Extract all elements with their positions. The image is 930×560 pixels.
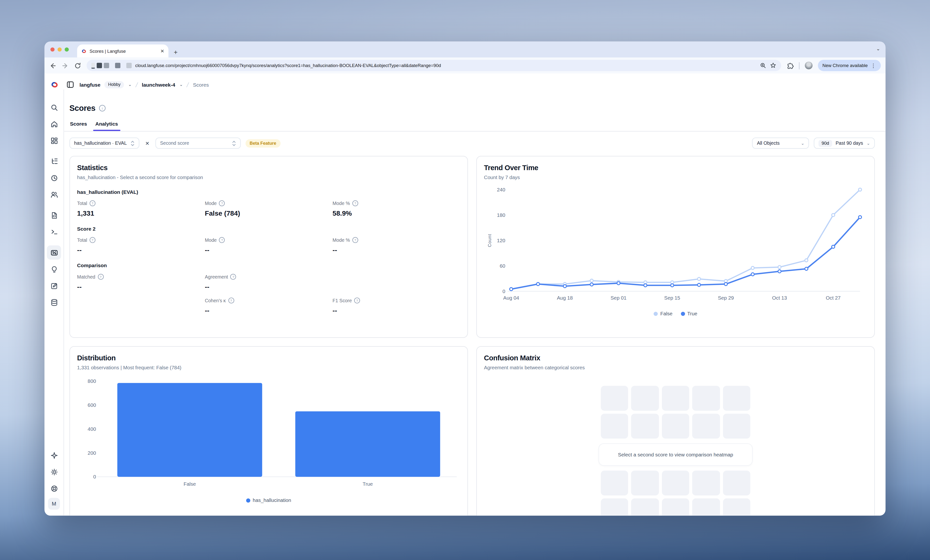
legend-item: True bbox=[681, 311, 697, 316]
project-chevron-icon[interactable]: ⌄ bbox=[179, 82, 183, 87]
help-icon[interactable]: ? bbox=[98, 274, 103, 279]
heatmap-cell bbox=[662, 499, 690, 516]
heatmap-cell bbox=[723, 499, 750, 516]
file-code-icon bbox=[50, 211, 58, 219]
sparkle-icon bbox=[50, 451, 58, 459]
maximize-window-button[interactable] bbox=[65, 48, 69, 52]
info-icon[interactable]: i bbox=[99, 105, 106, 111]
sidebar-item-datasets[interactable] bbox=[47, 295, 61, 310]
address-bar[interactable]: cloud.langfuse.com/project/cmhnuoj660007… bbox=[87, 60, 781, 71]
heatmap-cell bbox=[631, 414, 659, 439]
metric-mode: Mode? -- bbox=[205, 237, 333, 254]
bookmark-star-icon[interactable] bbox=[770, 62, 776, 69]
help-icon[interactable]: ? bbox=[353, 237, 358, 243]
browser-menu-icon[interactable]: ⋮ bbox=[871, 63, 876, 68]
extensions-icon[interactable] bbox=[786, 62, 793, 69]
sidebar-item-evals[interactable] bbox=[47, 262, 61, 276]
browser-tab[interactable]: Scores | Langfuse ✕ bbox=[77, 44, 168, 58]
object-filter-select[interactable]: All Objects ⌄ bbox=[752, 138, 809, 149]
sidebar-item-home[interactable] bbox=[47, 117, 61, 131]
tab-analytics[interactable]: Analytics bbox=[95, 121, 118, 131]
metric-f1-score: F1 Score? -- bbox=[333, 298, 460, 314]
sidebar-item-scores[interactable] bbox=[47, 245, 61, 260]
legend-dot bbox=[246, 498, 250, 502]
new-tab-button[interactable]: + bbox=[174, 49, 178, 56]
score1-select[interactable]: has_hallucination · EVAL bbox=[69, 138, 139, 149]
chevron-down-icon: ⌄ bbox=[867, 141, 870, 146]
sidebar-toggle-icon[interactable] bbox=[66, 81, 74, 88]
filter-bar: has_hallucination · EVAL ✕ Second score … bbox=[64, 132, 885, 149]
help-icon[interactable]: ? bbox=[219, 200, 225, 206]
date-range-select[interactable]: 90d Past 90 days ⌄ bbox=[814, 138, 875, 149]
redacted-site-chip bbox=[91, 63, 132, 68]
back-icon[interactable] bbox=[49, 62, 56, 69]
help-icon[interactable]: ? bbox=[219, 237, 225, 243]
metric-mode-pct: Mode %? -- bbox=[333, 237, 460, 254]
sidebar-item-playground[interactable] bbox=[47, 225, 61, 239]
tab-scores[interactable]: Scores bbox=[70, 121, 87, 131]
browser-toolbar: cloud.langfuse.com/project/cmhnuoj660007… bbox=[45, 58, 886, 74]
minimize-window-button[interactable] bbox=[58, 48, 62, 52]
forward-icon[interactable] bbox=[62, 62, 69, 69]
score2-select[interactable]: Second score bbox=[155, 138, 241, 149]
svg-text:Oct 13: Oct 13 bbox=[772, 295, 787, 301]
analytics-cards: Statistics has_hallucination - Select a … bbox=[64, 149, 885, 516]
sidebar-item-users[interactable] bbox=[47, 187, 61, 202]
trend-subtitle: Count by 7 days bbox=[484, 174, 867, 180]
whats-new-button[interactable] bbox=[47, 448, 61, 462]
help-icon[interactable]: ? bbox=[228, 298, 234, 303]
help-icon[interactable]: ? bbox=[353, 200, 358, 206]
sidebar-item-sessions[interactable] bbox=[47, 170, 61, 185]
sidebar-item-prompts[interactable] bbox=[47, 208, 61, 222]
sidebar-item-tracing[interactable] bbox=[47, 154, 61, 169]
langfuse-logo bbox=[50, 80, 59, 89]
heatmap-cell bbox=[601, 471, 628, 496]
lightbulb-icon bbox=[50, 265, 58, 273]
sidebar-item-annotation[interactable] bbox=[47, 279, 61, 293]
org-chevron-icon[interactable]: ⌄ bbox=[128, 82, 131, 87]
svg-text:Aug 18: Aug 18 bbox=[557, 295, 573, 301]
support-button[interactable] bbox=[47, 481, 61, 496]
org-name[interactable]: langfuse bbox=[79, 81, 100, 87]
help-icon[interactable]: ? bbox=[354, 298, 360, 303]
tracing-icon bbox=[50, 157, 58, 165]
settings-button[interactable] bbox=[47, 465, 61, 479]
breadcrumb-separator: / bbox=[135, 81, 139, 88]
help-icon[interactable]: ? bbox=[230, 274, 236, 279]
select-updown-icon bbox=[130, 140, 134, 146]
metric-label: Total bbox=[77, 238, 87, 243]
metric-label: F1 Score bbox=[333, 298, 352, 303]
date-range-value: Past 90 days bbox=[836, 140, 863, 146]
zoom-icon[interactable] bbox=[759, 62, 766, 69]
svg-text:800: 800 bbox=[88, 378, 96, 384]
sidebar-item-dashboards[interactable] bbox=[47, 133, 61, 147]
refresh-icon[interactable] bbox=[74, 62, 81, 69]
metric-mode: Mode? False (784) bbox=[205, 200, 333, 217]
series-false bbox=[510, 188, 861, 291]
page-title: Scores bbox=[69, 104, 95, 113]
user-avatar[interactable]: M bbox=[48, 498, 60, 510]
clear-score1-button[interactable]: ✕ bbox=[144, 140, 151, 146]
project-name[interactable]: launchweek-4 bbox=[142, 81, 175, 87]
tab-close-icon[interactable]: ✕ bbox=[160, 48, 164, 54]
svg-text:Aug 04: Aug 04 bbox=[503, 295, 519, 301]
chrome-update-pill[interactable]: New Chrome available ⋮ bbox=[818, 60, 881, 71]
gear-icon bbox=[50, 468, 58, 476]
tab-search-icon[interactable]: ⌄ bbox=[876, 46, 880, 52]
beta-badge: Beta Feature bbox=[246, 139, 280, 147]
help-icon[interactable]: ? bbox=[89, 237, 95, 243]
heatmap-cell bbox=[692, 386, 720, 411]
sidebar-item-search[interactable] bbox=[47, 100, 61, 115]
metric-matched: Matched? -- bbox=[77, 274, 205, 290]
metric-label: Mode % bbox=[333, 201, 350, 206]
main-content: Scores i Scores Analytics has_hallucinat… bbox=[64, 95, 885, 516]
svg-text:Sep 29: Sep 29 bbox=[718, 295, 734, 301]
metric-value: -- bbox=[77, 247, 205, 254]
help-icon[interactable]: ? bbox=[89, 200, 95, 206]
metric-value: False (784) bbox=[205, 210, 333, 217]
profile-avatar[interactable] bbox=[805, 62, 812, 69]
close-window-button[interactable] bbox=[50, 48, 54, 52]
svg-text:Sep 15: Sep 15 bbox=[664, 295, 680, 301]
breadcrumb: langfuse Hobby ⌄ / launchweek-4 ⌄ / Scor… bbox=[79, 81, 209, 88]
date-range-chip: 90d bbox=[819, 140, 832, 147]
